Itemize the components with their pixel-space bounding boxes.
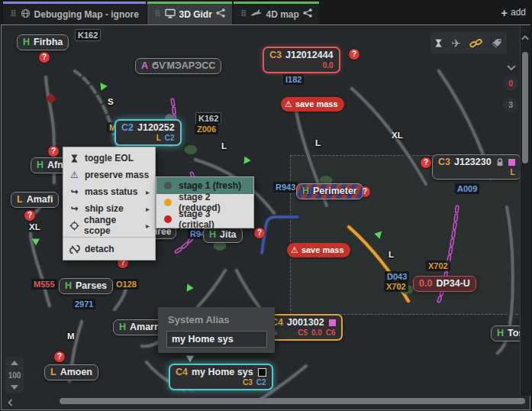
edge-label: K162 xyxy=(195,112,221,125)
menu-item-detach[interactable]: detach xyxy=(63,241,155,257)
drag-handle-icon[interactable]: ⠿ xyxy=(240,10,247,18)
system-node-j123230[interactable]: C3J123230L xyxy=(432,154,521,180)
direction-arrow-icon xyxy=(32,239,40,246)
menu-item-label: mass status xyxy=(85,186,137,197)
system-node-unknown-a[interactable]: AϬѴMϿΑΡϿϹϹ xyxy=(135,58,221,74)
edge-label: L xyxy=(386,249,396,260)
menu-item-label: preserve mass xyxy=(85,170,149,180)
pink-square-tag xyxy=(329,319,336,326)
edge-label: X702 xyxy=(426,261,450,271)
system-node-amarr[interactable]: HAmarr xyxy=(113,319,164,335)
plane-icon[interactable]: ✈ xyxy=(451,37,461,49)
drag-handle-icon[interactable]: ⠿ xyxy=(10,10,17,18)
edge-label: XL xyxy=(27,222,43,232)
add-map-label: add xyxy=(511,7,526,18)
unknown-signature-badge: ? xyxy=(421,157,431,168)
red-count-badge[interactable]: 0 xyxy=(503,76,518,91)
unknown-signature-badge: ? xyxy=(24,210,35,221)
tags-icon[interactable] xyxy=(491,38,503,48)
system-alias-input[interactable] xyxy=(166,331,267,348)
system-alias-dialog: System Alias xyxy=(158,307,275,353)
chevron-down-icon[interactable] xyxy=(506,60,517,74)
zoom-control: 100 xyxy=(5,357,24,393)
submenu-item-stage-3-critical[interactable]: stage 3 (critical) xyxy=(156,211,253,228)
system-node-j001302[interactable]: C4J001302☠C50.0C6 xyxy=(264,314,343,341)
submenu-caret-icon: ▸ xyxy=(146,222,150,230)
menu-item-mass-status[interactable]: ↪mass status▸ xyxy=(63,183,155,200)
zoom-in-button[interactable] xyxy=(11,361,18,365)
unknown-signature-badge: ? xyxy=(254,228,265,238)
scroll-up-icon[interactable] xyxy=(521,30,529,44)
system-node-firbha[interactable]: HFirbha xyxy=(17,34,69,50)
system-node-dp34-u[interactable]: 0.0DP34-U xyxy=(413,276,476,292)
tab-label: 4D map xyxy=(266,9,298,20)
hourglass-icon[interactable] xyxy=(434,38,443,48)
scroll-left-icon[interactable] xyxy=(8,396,13,409)
menu-divider xyxy=(63,237,155,238)
edge-label: A009 xyxy=(455,183,479,194)
mass-stage-dot xyxy=(164,215,172,223)
tab-3d-gidr[interactable]: ⠿3D Gidr xyxy=(147,2,232,24)
direction-arrow-icon xyxy=(186,356,194,363)
gray-count-badge[interactable]: 3 xyxy=(503,97,518,112)
tab-label: Debugging Map - ignore xyxy=(34,9,139,20)
submenu-caret-icon: ▸ xyxy=(146,188,150,196)
redo-arrow-icon: ↪ xyxy=(69,186,80,197)
unknown-signature-badge: ? xyxy=(39,52,50,63)
warning-icon: ⚠ xyxy=(285,98,292,111)
mass-stage-dot xyxy=(164,182,172,189)
scope-icon xyxy=(69,221,79,231)
menu-item-toggle-eol[interactable]: toggle EOL xyxy=(63,150,155,167)
system-node-perimeter[interactable]: HPerimeter xyxy=(296,183,363,199)
connection-context-menu: toggle EOL⚠preserve mass↪mass status▸↪sh… xyxy=(63,147,156,261)
warning-icon: ⚠ xyxy=(291,244,298,257)
system-node-amoen[interactable]: LAmoen xyxy=(44,364,98,380)
monitor-icon xyxy=(165,8,176,21)
lock-icon xyxy=(496,158,504,167)
edge-label: XL xyxy=(389,130,405,141)
add-map-button[interactable]: + add xyxy=(501,0,526,24)
unknown-signature-badge: ? xyxy=(54,351,65,362)
horizontal-scrollbar-thumb[interactable] xyxy=(60,398,525,404)
menu-item-preserve-mass[interactable]: ⚠preserve mass xyxy=(63,167,155,183)
tab-4d-map[interactable]: ⠿4D map xyxy=(234,2,319,24)
submenu-item-label: stage 3 (critical) xyxy=(179,209,246,230)
system-node-amafi[interactable]: LAmafi xyxy=(11,192,59,208)
system-node-my-home-sys[interactable]: C4my Home sysC3C2 xyxy=(169,364,273,390)
edge-label: M555 xyxy=(31,279,57,290)
redo-arrow-icon: ↪ xyxy=(69,203,80,214)
menu-item-change-scope[interactable]: change scope▸ xyxy=(63,217,155,234)
submenu-caret-icon: ▸ xyxy=(146,205,150,213)
plus-icon: + xyxy=(501,6,508,19)
save-mass-badge: ⚠save mass xyxy=(281,97,344,112)
menu-item-label: toggle EOL xyxy=(85,153,134,163)
edge-label: M xyxy=(65,331,77,341)
map-tab-bar: ⠿Debugging Map - ignore⠿3D Gidr⠿4D map +… xyxy=(0,0,532,24)
pink-square-tag xyxy=(508,159,515,166)
zoom-out-button[interactable] xyxy=(11,385,18,390)
edge-label: D043 xyxy=(385,271,409,282)
globe-icon xyxy=(21,8,31,21)
edge-label: S xyxy=(105,96,116,107)
submenu-item-label: stage 1 (fresh) xyxy=(179,180,241,191)
share-icon[interactable] xyxy=(303,8,312,20)
mass-status-submenu: stage 1 (fresh)stage 2 (reduced)stage 3 … xyxy=(156,176,254,228)
unknown-signature-badge: ? xyxy=(48,146,59,157)
zoom-level-value: 100 xyxy=(8,371,21,380)
unknown-signature-badge: ? xyxy=(349,49,360,60)
drag-handle-icon[interactable]: ⠿ xyxy=(154,10,161,18)
system-node-parses[interactable]: HParses xyxy=(59,278,113,294)
tab-debugging-map-ignore[interactable]: ⠿Debugging Map - ignore xyxy=(3,2,146,24)
edge-label: L xyxy=(313,138,323,148)
edge-label: 2971 xyxy=(73,299,95,309)
tab-label: 3D Gidr xyxy=(179,9,212,20)
connection-endpoint xyxy=(185,145,198,154)
detach-icon xyxy=(69,244,80,254)
vertical-scrollbar-thumb[interactable] xyxy=(522,52,528,163)
share-icon[interactable] xyxy=(216,8,225,20)
mass-stage-dot xyxy=(164,199,172,206)
link-icon[interactable] xyxy=(469,37,482,49)
jet-icon xyxy=(250,8,262,20)
system-node-j12012444[interactable]: C3J120124440.0 xyxy=(263,47,340,73)
system-node-j120252[interactable]: C2J120252LC2 xyxy=(114,119,182,146)
